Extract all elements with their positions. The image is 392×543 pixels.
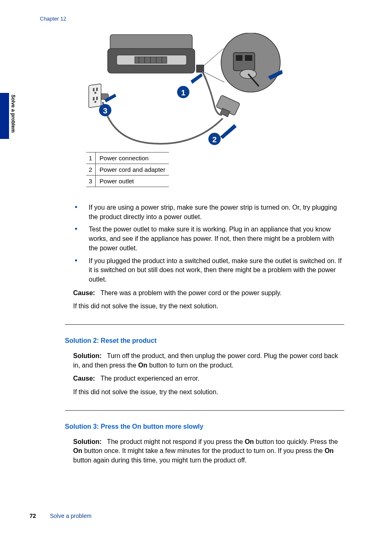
- svg-rect-12: [236, 55, 242, 61]
- cause-label: Cause:: [73, 375, 95, 382]
- svg-marker-30: [191, 73, 203, 84]
- divider: [65, 410, 344, 411]
- on-word: On: [73, 447, 82, 454]
- bullet-list: If you are using a power strip, make sur…: [65, 203, 344, 284]
- svg-rect-27: [93, 97, 95, 101]
- power-connection-diagram: 1 2 3: [86, 33, 288, 148]
- main-content: If you are using a power strip, make sur…: [65, 203, 344, 469]
- svg-rect-13: [245, 55, 252, 61]
- legend-row-1-text: Power connection: [96, 153, 169, 164]
- page-footer: 72 Solve a problem: [30, 513, 92, 519]
- solution-2-paragraph: Solution: Turn off the product, and then…: [73, 351, 344, 370]
- cause-2-text: The product experienced an error.: [100, 375, 199, 382]
- side-tab-label: Solve a problem: [9, 93, 17, 139]
- cause-text: There was a problem with the power cord …: [100, 289, 281, 296]
- legend-row-3-num: 3: [86, 176, 96, 187]
- legend-row-2-num: 2: [86, 164, 96, 176]
- on-word: On: [325, 447, 334, 454]
- list-item: Test the power outlet to make sure it is…: [65, 225, 344, 253]
- solution-3-heading: Solution 3: Press the On button more slo…: [65, 422, 344, 432]
- sol3-d: button again during this time, you might…: [73, 457, 247, 464]
- cause-paragraph: Cause: There was a problem with the powe…: [73, 289, 344, 298]
- legend-row-1-num: 1: [86, 153, 96, 164]
- footer-title: Solve a problem: [50, 513, 91, 519]
- legend-table: 1 Power connection 2 Power cord and adap…: [86, 152, 169, 187]
- sol3-heading-b: button more slowly: [141, 423, 203, 430]
- solution-label: Solution:: [73, 438, 101, 445]
- svg-line-16: [204, 49, 224, 66]
- svg-rect-28: [96, 97, 98, 100]
- cause-paragraph-2: Cause: The product experienced an error.: [73, 374, 344, 384]
- divider: [65, 324, 344, 325]
- legend-row-3-text: Power outlet: [96, 176, 169, 187]
- sol3-b: button too quickly. Press the: [254, 438, 338, 445]
- page-number: 72: [30, 513, 36, 519]
- solution-label: Solution:: [73, 352, 101, 359]
- try-next-paragraph: If this did not solve the issue, try the…: [73, 302, 344, 311]
- list-item: If you plugged the product into a switch…: [65, 256, 344, 284]
- sol3-c: button once. It might take a few minutes…: [82, 447, 325, 454]
- side-tab-bar: [0, 93, 9, 139]
- solution-2-text-b: button to turn on the product.: [148, 362, 234, 369]
- sol3-a: The product might not respond if you pre…: [107, 438, 244, 445]
- sol3-heading-a: Solution 3: Press the: [65, 423, 132, 430]
- legend-row-2-text: Power cord and adapter: [96, 164, 169, 176]
- on-word: On: [245, 438, 254, 445]
- solution-3-paragraph: Solution: The product might not respond …: [73, 437, 344, 465]
- cause-label: Cause:: [73, 289, 95, 296]
- svg-line-17: [205, 72, 224, 82]
- svg-rect-23: [89, 84, 101, 108]
- list-item: If you are using a power strip, make sur…: [65, 203, 344, 222]
- callout-2: 2: [212, 135, 217, 144]
- on-word: On: [138, 362, 147, 369]
- on-word: On: [132, 423, 141, 430]
- svg-rect-24: [93, 88, 95, 92]
- svg-rect-0: [110, 35, 192, 50]
- chapter-header: Chapter 12: [40, 16, 66, 22]
- try-next-paragraph-2: If this did not solve the issue, try the…: [73, 388, 344, 397]
- svg-rect-25: [96, 88, 98, 91]
- solution-2-heading: Solution 2: Reset the product: [65, 336, 344, 346]
- callout-1: 1: [181, 88, 186, 97]
- svg-marker-31: [220, 124, 237, 139]
- callout-3: 3: [103, 106, 108, 115]
